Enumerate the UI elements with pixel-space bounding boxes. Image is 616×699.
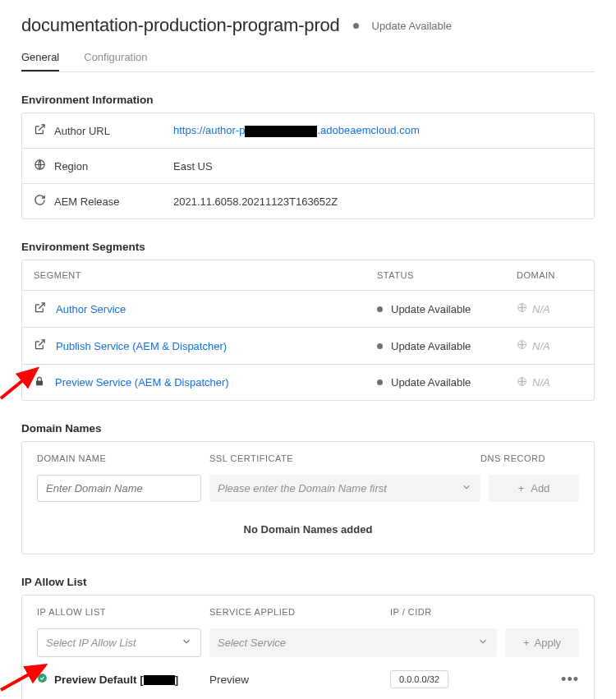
domains-head-ssl: SSL CERTIFICATE — [209, 453, 480, 463]
tabs: General Configuration — [21, 51, 595, 72]
domains-head-dns: DNS RECORD — [480, 453, 579, 463]
status-text: Update Available — [372, 20, 452, 32]
publish-service-link[interactable]: Publish Service (AEM & Dispatcher) — [56, 340, 227, 352]
add-domain-button: + Add — [489, 475, 579, 502]
env-release-value: 2021.11.6058.20211123T163652Z — [173, 195, 338, 208]
refresh-icon — [34, 194, 46, 209]
section-title-domains: Domain Names — [21, 422, 595, 435]
env-label-region: Region — [54, 160, 88, 172]
domains-head-name: DOMAIN NAME — [37, 453, 209, 463]
env-info-card: Author URL https://author-p.adobeaemclou… — [21, 113, 595, 219]
section-title-ip: IP Allow List — [21, 576, 595, 588]
globe-icon — [517, 376, 527, 389]
status-dot-icon — [377, 343, 383, 349]
segment-status: Update Available — [391, 340, 471, 352]
domains-card: DOMAIN NAME SSL CERTIFICATE DNS RECORD P… — [21, 441, 595, 554]
redacted-icon — [144, 675, 175, 685]
segment-status: Update Available — [391, 303, 471, 315]
ssl-select: Please enter the Domain Name first — [209, 475, 480, 502]
ip-card: IP ALLOW LIST SERVICE APPLIED IP / CIDR … — [21, 595, 595, 699]
open-link-icon — [34, 338, 46, 353]
segment-row-preview: Preview Service (AEM & Dispatcher) Updat… — [22, 365, 594, 400]
open-link-icon — [34, 301, 46, 316]
status-dot-icon — [377, 306, 383, 312]
segments-head-domain: DOMAIN — [517, 270, 582, 280]
segment-row-publish: Publish Service (AEM & Dispatcher) Updat… — [22, 328, 594, 365]
ip-row-cidr: 0.0.0.0/32 — [390, 670, 448, 688]
segments-head-status: STATUS — [377, 270, 517, 280]
env-label-author-url: Author URL — [54, 125, 110, 137]
chevron-down-icon — [461, 481, 472, 495]
chevron-down-icon — [181, 636, 192, 650]
plus-icon: + — [523, 637, 530, 649]
author-url-link[interactable]: https://author-p.adobeaemcloud.com — [173, 124, 420, 136]
ip-row-service: Preview — [209, 674, 390, 686]
domains-empty-message: No Domain Names added — [37, 502, 579, 542]
domain-name-input[interactable] — [37, 475, 201, 502]
tab-configuration[interactable]: Configuration — [84, 51, 147, 71]
globe-icon — [34, 159, 46, 173]
ip-head-list: IP ALLOW LIST — [37, 607, 209, 617]
ip-head-cidr: IP / CIDR — [390, 607, 579, 617]
author-service-link[interactable]: Author Service — [56, 303, 126, 315]
ip-allow-list-select[interactable]: Select IP Allow List — [37, 628, 201, 657]
svg-point-4 — [38, 674, 47, 683]
segment-domain: N/A — [532, 376, 550, 389]
section-title-env-info: Environment Information — [21, 94, 595, 106]
globe-icon — [517, 339, 527, 352]
status-dot-icon — [377, 379, 383, 385]
check-circle-icon — [37, 673, 48, 686]
lock-icon — [34, 375, 45, 389]
section-title-segments: Environment Segments — [21, 241, 595, 253]
open-link-icon — [34, 123, 46, 138]
page-title: documentation-production-program-prod — [21, 15, 340, 36]
preview-service-link[interactable]: Preview Service (AEM & Dispatcher) — [55, 376, 229, 389]
service-select: Select Service — [209, 628, 497, 657]
segments-card: SEGMENT STATUS DOMAIN Author Service Upd… — [21, 260, 595, 401]
segment-domain: N/A — [532, 303, 550, 315]
chevron-down-icon — [477, 636, 489, 650]
segment-status: Update Available — [391, 376, 471, 389]
ip-head-service: SERVICE APPLIED — [209, 607, 390, 617]
env-label-release: AEM Release — [54, 195, 119, 208]
ip-row-name: Preview Default [] — [54, 674, 178, 686]
segments-head-segment: SEGMENT — [34, 270, 377, 280]
globe-icon — [517, 302, 527, 315]
status-dot-icon — [353, 23, 359, 29]
redacted-icon — [245, 126, 317, 137]
segment-domain: N/A — [532, 340, 550, 352]
ip-row-preview-default: Preview Default [] Preview 0.0.0.0/32 ••… — [37, 657, 579, 699]
tab-general[interactable]: General — [21, 51, 59, 71]
apply-button: + Apply — [505, 628, 579, 657]
segment-row-author: Author Service Update Available N/A — [22, 291, 594, 328]
plus-icon: + — [518, 482, 525, 494]
env-region-value: East US — [173, 160, 213, 172]
more-actions-button[interactable]: ••• — [554, 671, 579, 688]
